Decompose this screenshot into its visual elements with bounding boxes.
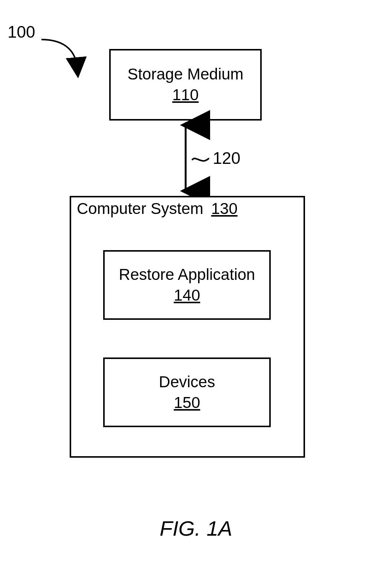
computer-num: 130 — [211, 200, 238, 217]
restore-num: 140 — [174, 285, 200, 306]
system-ref-arrow — [38, 36, 87, 77]
connector-arrow — [180, 121, 191, 196]
storage-title: Storage Medium — [127, 64, 243, 85]
computer-system-box: Computer System 130 Restore Application … — [70, 196, 305, 458]
connector-ref-label: 120 — [213, 149, 240, 168]
figure-label: FIG. 1A — [0, 516, 392, 541]
restore-app-box: Restore Application 140 — [103, 250, 271, 320]
computer-title: Computer System — [77, 200, 203, 217]
restore-title: Restore Application — [119, 264, 255, 285]
devices-num: 150 — [174, 393, 200, 413]
devices-title: Devices — [159, 372, 215, 393]
devices-box: Devices 150 — [103, 357, 271, 427]
system-ref-label: 100 — [8, 23, 35, 41]
connector-tilde — [190, 151, 213, 166]
storage-medium-box: Storage Medium 110 — [109, 49, 262, 121]
computer-title-space — [205, 200, 210, 217]
storage-num: 110 — [172, 85, 198, 105]
